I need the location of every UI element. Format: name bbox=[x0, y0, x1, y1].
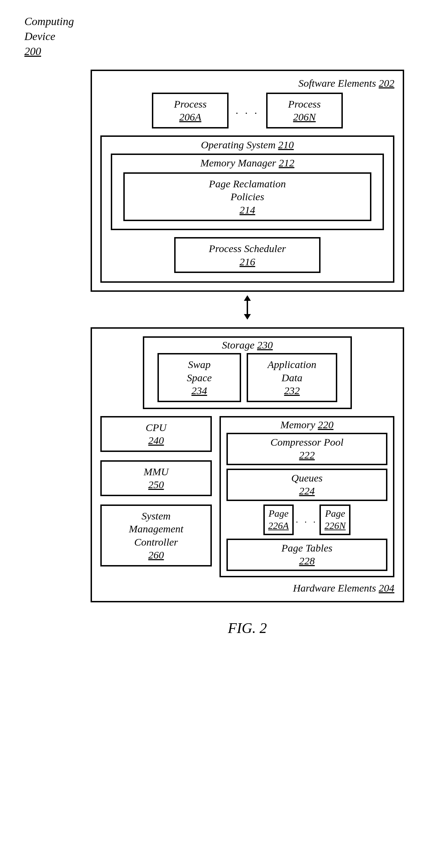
software-elements-title: Software Elements 202 bbox=[100, 77, 394, 89]
svg-marker-1 bbox=[244, 295, 251, 301]
compressor-pool-box: Compressor Pool 222 bbox=[226, 433, 387, 465]
process-a-box: Process 206A bbox=[152, 93, 229, 128]
page-n-box: Page 226N bbox=[319, 505, 350, 535]
storage-box: Storage 230 Swap Space 234 Application D… bbox=[143, 336, 352, 409]
system-management-controller-box: System Management Controller 260 bbox=[100, 505, 212, 566]
application-data-box: Application Data 232 bbox=[247, 353, 337, 402]
mmu-box: MMU 250 bbox=[100, 460, 212, 496]
computing-device-label: Computing Device 200 bbox=[24, 14, 411, 59]
storage-title: Storage 230 bbox=[151, 339, 344, 351]
process-row: Process 206A . . . Process 206N bbox=[100, 93, 394, 128]
process-n-box: Process 206N bbox=[266, 93, 343, 128]
swap-space-box: Swap Space 234 bbox=[157, 353, 241, 402]
cpu-box: CPU 240 bbox=[100, 416, 212, 452]
memory-manager-title: Memory Manager 212 bbox=[123, 157, 371, 169]
memory-title: Memory 220 bbox=[226, 419, 387, 431]
svg-marker-2 bbox=[244, 314, 251, 320]
page-tables-box: Page Tables 228 bbox=[226, 539, 387, 571]
memory-box: Memory 220 Compressor Pool 222 Queues 22… bbox=[219, 416, 394, 577]
page-ellipsis: . . . bbox=[296, 515, 318, 525]
queues-box: Queues 224 bbox=[226, 469, 387, 501]
software-elements-panel: Software Elements 202 Process 206A . . .… bbox=[91, 70, 404, 292]
bidirectional-arrow-icon bbox=[242, 295, 253, 324]
figure-label: FIG. 2 bbox=[228, 620, 267, 636]
process-ellipsis: . . . bbox=[236, 104, 259, 116]
hardware-elements-title: Hardware Elements 204 bbox=[100, 582, 394, 594]
process-scheduler-box: Process Scheduler 216 bbox=[174, 237, 321, 273]
hardware-left-column: CPU 240 MMU 250 System Management Contro… bbox=[100, 416, 212, 577]
page-reclamation-policies-box: Page Reclamation Policies 214 bbox=[123, 172, 371, 221]
operating-system-box: Operating System 210 Memory Manager 212 … bbox=[100, 135, 394, 283]
operating-system-title: Operating System 210 bbox=[111, 139, 384, 151]
page-row: Page 226A . . . Page 226N bbox=[226, 505, 387, 535]
diagram-container: Software Elements 202 Process 206A . . .… bbox=[84, 70, 411, 636]
page-a-box: Page 226A bbox=[263, 505, 294, 535]
hardware-elements-panel: Storage 230 Swap Space 234 Application D… bbox=[91, 327, 404, 602]
memory-manager-box: Memory Manager 212 Page Reclamation Poli… bbox=[111, 154, 384, 230]
